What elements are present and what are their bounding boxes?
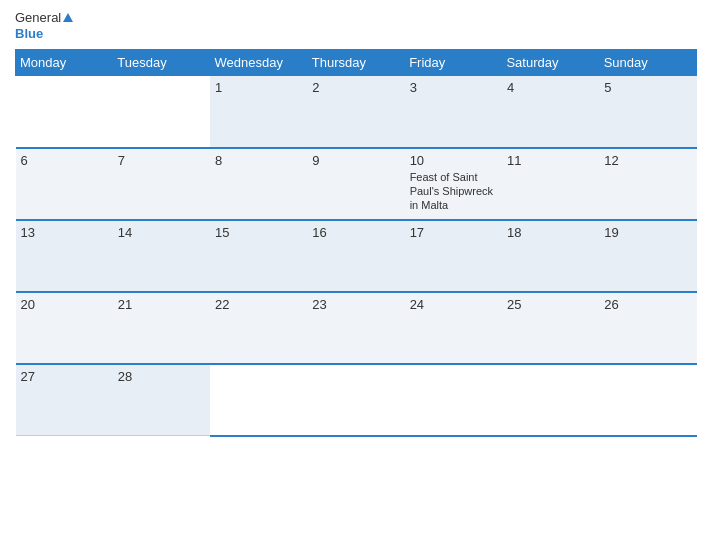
calendar-cell: 5: [599, 76, 696, 148]
calendar-event: Feast of Saint Paul's Shipwreck in Malta: [410, 170, 497, 213]
calendar-cell: 18: [502, 220, 599, 292]
day-number: 12: [604, 153, 691, 168]
day-number: 3: [410, 80, 497, 95]
day-number: 8: [215, 153, 302, 168]
calendar-cell: 23: [307, 292, 404, 364]
day-number: 9: [312, 153, 399, 168]
day-number: 23: [312, 297, 399, 312]
day-number: 20: [21, 297, 108, 312]
day-number: 13: [21, 225, 108, 240]
day-number: 4: [507, 80, 594, 95]
day-number: 1: [215, 80, 302, 95]
calendar-cell: 15: [210, 220, 307, 292]
weekday-monday: Monday: [16, 50, 113, 76]
day-number: 25: [507, 297, 594, 312]
day-number: 17: [410, 225, 497, 240]
day-number: 19: [604, 225, 691, 240]
calendar-cell: 26: [599, 292, 696, 364]
calendar-table: MondayTuesdayWednesdayThursdayFridaySatu…: [15, 49, 697, 437]
day-number: 2: [312, 80, 399, 95]
calendar-cell: 16: [307, 220, 404, 292]
day-number: 6: [21, 153, 108, 168]
day-number: 22: [215, 297, 302, 312]
day-number: 21: [118, 297, 205, 312]
calendar-cell: 1: [210, 76, 307, 148]
weekday-header-row: MondayTuesdayWednesdayThursdayFridaySatu…: [16, 50, 697, 76]
day-number: 14: [118, 225, 205, 240]
calendar-cell: [210, 364, 307, 436]
day-number: 28: [118, 369, 205, 384]
week-row-2: 678910Feast of Saint Paul's Shipwreck in…: [16, 148, 697, 220]
calendar-cell: 12: [599, 148, 696, 220]
calendar-cell: 27: [16, 364, 113, 436]
logo-triangle-icon: [63, 13, 73, 22]
calendar-cell: [113, 76, 210, 148]
calendar-cell: [307, 364, 404, 436]
calendar-cell: 17: [405, 220, 502, 292]
week-row-4: 20212223242526: [16, 292, 697, 364]
calendar-cell: 2: [307, 76, 404, 148]
week-row-1: 12345: [16, 76, 697, 148]
weekday-saturday: Saturday: [502, 50, 599, 76]
week-row-3: 13141516171819: [16, 220, 697, 292]
weekday-tuesday: Tuesday: [113, 50, 210, 76]
calendar-cell: 8: [210, 148, 307, 220]
calendar-cell: [405, 364, 502, 436]
calendar-cell: 11: [502, 148, 599, 220]
calendar-cell: [599, 364, 696, 436]
weekday-thursday: Thursday: [307, 50, 404, 76]
calendar-cell: 24: [405, 292, 502, 364]
calendar-cell: 22: [210, 292, 307, 364]
day-number: 7: [118, 153, 205, 168]
calendar-cell: 3: [405, 76, 502, 148]
day-number: 26: [604, 297, 691, 312]
calendar-cell: 28: [113, 364, 210, 436]
day-number: 15: [215, 225, 302, 240]
calendar-cell: 13: [16, 220, 113, 292]
logo: General Blue: [15, 10, 73, 41]
calendar-cell: 19: [599, 220, 696, 292]
day-number: 24: [410, 297, 497, 312]
weekday-friday: Friday: [405, 50, 502, 76]
calendar-cell: 4: [502, 76, 599, 148]
calendar-cell: [502, 364, 599, 436]
day-number: 5: [604, 80, 691, 95]
calendar-cell: 14: [113, 220, 210, 292]
weekday-wednesday: Wednesday: [210, 50, 307, 76]
week-row-5: 2728: [16, 364, 697, 436]
day-number: 10: [410, 153, 497, 168]
day-number: 16: [312, 225, 399, 240]
day-number: 11: [507, 153, 594, 168]
calendar-cell: 6: [16, 148, 113, 220]
calendar-header: General Blue: [15, 10, 697, 41]
calendar-cell: 25: [502, 292, 599, 364]
logo-blue-text: Blue: [15, 26, 73, 42]
calendar-cell: 9: [307, 148, 404, 220]
calendar-cell: 7: [113, 148, 210, 220]
logo-general-text: General: [15, 10, 61, 26]
calendar-cell: 20: [16, 292, 113, 364]
calendar-cell: 10Feast of Saint Paul's Shipwreck in Mal…: [405, 148, 502, 220]
day-number: 27: [21, 369, 108, 384]
calendar-page: General Blue MondayTuesdayWednesdayThurs…: [0, 0, 712, 550]
weekday-sunday: Sunday: [599, 50, 696, 76]
day-number: 18: [507, 225, 594, 240]
calendar-cell: [16, 76, 113, 148]
calendar-cell: 21: [113, 292, 210, 364]
